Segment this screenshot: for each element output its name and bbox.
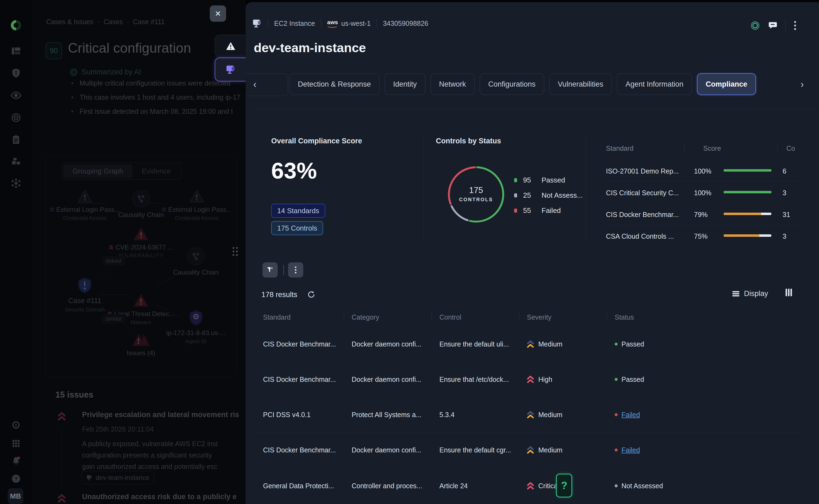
standard-name[interactable]: CSA Cloud Controls ... xyxy=(606,232,674,240)
controls-by-status-title: Controls by Status xyxy=(436,137,501,145)
user-avatar[interactable]: MB xyxy=(8,488,23,504)
tab-detection-response[interactable]: Detection & Response xyxy=(289,73,379,95)
ai-rings-icon[interactable] xyxy=(750,20,760,31)
tab-configurations[interactable]: Configurations xyxy=(480,73,544,95)
sidebar-item-inventory[interactable] xyxy=(10,156,22,167)
issue-asset-chip[interactable]: dev-team-instance xyxy=(81,471,154,484)
breadcrumb-cases[interactable]: Cases xyxy=(103,18,123,26)
graph-node-agent[interactable]: ip-172-31-8-83.us-... Agent ID xyxy=(166,310,225,345)
help-tooltip-badge[interactable]: ? xyxy=(556,474,572,497)
col-header-standard[interactable]: Standard xyxy=(263,313,290,321)
controls-col-header[interactable]: Co xyxy=(786,144,795,152)
settings-gear-icon[interactable]: ⚙ xyxy=(10,419,22,431)
edge-label-linked: linked xyxy=(102,256,125,266)
svg-text:?: ? xyxy=(14,476,18,482)
divider xyxy=(344,312,344,320)
app-sidebar: ⚙ ? MB xyxy=(0,0,32,504)
cell-category: Controller and proces... xyxy=(351,482,422,490)
breadcrumb-cases-issues[interactable]: Cases & Issues xyxy=(46,18,93,26)
sidebar-item-dashboard[interactable] xyxy=(10,45,22,56)
graph-node-causality-chain-2[interactable]: Causality Chain xyxy=(173,247,219,276)
table-more-button[interactable] xyxy=(288,262,303,278)
table-row[interactable]: General Data Protecti... Controller and … xyxy=(246,468,819,504)
col-header-category[interactable]: Category xyxy=(351,313,379,321)
graph-node-cve[interactable]: CVE-2024-53677 ... VULNERABILITY xyxy=(109,227,173,259)
standard-score: 75% xyxy=(694,232,708,240)
graph-node-external-login-2[interactable]: External Login Pass... Credential Access xyxy=(162,190,231,221)
graph-node-issues[interactable]: Issues (4) xyxy=(127,333,155,357)
table-row[interactable]: CIS Docker Benchmar... Docker daemon con… xyxy=(246,326,819,362)
help-circle-icon[interactable]: ? xyxy=(10,473,22,484)
cell-category: Protect All Systems a... xyxy=(351,411,422,419)
apps-grid-icon[interactable] xyxy=(10,438,22,449)
status-dot xyxy=(615,378,618,381)
issue-title[interactable]: Privilege escalation and lateral movemen… xyxy=(82,411,239,419)
drawer-tab-asset[interactable] xyxy=(215,58,246,81)
tab-compliance[interactable]: Compliance xyxy=(697,73,756,95)
breadcrumb[interactable]: Cases & Issues › Cases › Case #111 xyxy=(46,18,165,26)
notifications-bell-icon[interactable] xyxy=(10,455,22,467)
legend-item-not-assessed: 25 Not Assess... xyxy=(514,191,583,200)
sidebar-item-visibility[interactable] xyxy=(10,90,22,101)
tab-bar: Detection & Response Identity Network Co… xyxy=(289,73,756,95)
standards-count-badge[interactable]: 14 Standards xyxy=(271,204,325,218)
grouping-graph-card: Grouping Graph Evidence External Login P… xyxy=(45,156,237,377)
table-row[interactable]: CIS Docker Benchmar... Docker daemon con… xyxy=(246,432,819,468)
notification-dot xyxy=(17,456,20,459)
refresh-icon[interactable] xyxy=(307,291,315,300)
sidebar-item-detections[interactable] xyxy=(10,112,22,123)
standard-name[interactable]: ISO-27001 Demo Rep... xyxy=(606,167,679,175)
standards-col-header[interactable]: Standard xyxy=(606,144,633,152)
tab-grouping-graph[interactable]: Grouping Graph xyxy=(63,164,132,178)
sidebar-item-graph-explorer[interactable] xyxy=(10,178,22,189)
status-dot xyxy=(615,343,618,346)
tab-identity[interactable]: Identity xyxy=(384,73,426,95)
close-drawer-button[interactable]: ✕ xyxy=(210,5,226,22)
issue-title[interactable]: Unauthorized access risk due to a public… xyxy=(82,493,237,501)
columns-icon[interactable] xyxy=(785,288,792,298)
sidebar-item-threats[interactable] xyxy=(10,67,22,79)
cell-severity: Medium xyxy=(538,340,563,348)
drawer-tab-alerts[interactable] xyxy=(215,35,246,58)
ai-bullet: •This case involves 1 host and 4 users, … xyxy=(71,93,240,101)
cell-control: Ensure the default uli... xyxy=(440,340,509,348)
kebab-menu-icon xyxy=(294,266,297,274)
cell-standard: PCI DSS v4.0.1 xyxy=(263,411,310,419)
overall-score-value: 63% xyxy=(271,157,317,184)
graph-node-causality-chain-1[interactable]: Causality Chain xyxy=(118,190,164,219)
failed-status-link[interactable]: Failed xyxy=(622,411,640,419)
divider xyxy=(432,312,432,320)
kebab-menu-icon[interactable] xyxy=(794,21,796,30)
standard-name[interactable]: CIS Docker Benchmar... xyxy=(606,211,679,219)
col-header-status[interactable]: Status xyxy=(615,313,634,321)
chat-icon[interactable] xyxy=(768,21,777,30)
table-row[interactable]: PCI DSS v4.0.1 Protect All Systems a... … xyxy=(246,397,819,432)
tab-fragment xyxy=(246,73,288,96)
sidebar-item-reports[interactable] xyxy=(10,134,22,146)
col-header-severity[interactable]: Severity xyxy=(527,313,551,321)
rows-icon xyxy=(732,291,740,297)
panel-resize-handle[interactable] xyxy=(233,247,238,256)
graph-node-case-111[interactable]: Case #111 Security Domain xyxy=(65,277,105,313)
standard-name[interactable]: CIS Critical Security C... xyxy=(606,189,679,197)
score-col-header[interactable]: Score xyxy=(703,144,721,152)
case-severity-score-badge: 90 xyxy=(46,42,62,59)
col-header-control[interactable]: Control xyxy=(440,313,462,321)
tab-evidence[interactable]: Evidence xyxy=(132,164,180,178)
tab-vulnerabilities[interactable]: Vulnerabilities xyxy=(549,73,612,95)
display-menu[interactable]: Display xyxy=(732,289,768,298)
header-actions xyxy=(750,20,796,31)
controls-count-badge[interactable]: 175 Controls xyxy=(271,221,323,235)
tab-agent-information[interactable]: Agent Information xyxy=(617,73,692,95)
issue-description: configuration presents a significant sec… xyxy=(82,451,212,459)
severity-medium-icon xyxy=(527,446,534,454)
tab-network[interactable]: Network xyxy=(431,73,475,95)
cell-severity: High xyxy=(538,376,552,383)
tabs-scroll-right-icon[interactable]: › xyxy=(801,79,804,90)
failed-status-link[interactable]: Failed xyxy=(622,446,640,454)
graph-node-external-login-1[interactable]: External Login Pass... Credential Access xyxy=(50,190,120,221)
tabs-scroll-left-icon[interactable]: ‹ xyxy=(253,79,256,90)
add-filter-button[interactable] xyxy=(262,262,278,278)
overall-score-title: Overall Compliance Score xyxy=(271,137,362,145)
table-row[interactable]: CIS Docker Benchmar... Docker daemon con… xyxy=(246,362,819,397)
